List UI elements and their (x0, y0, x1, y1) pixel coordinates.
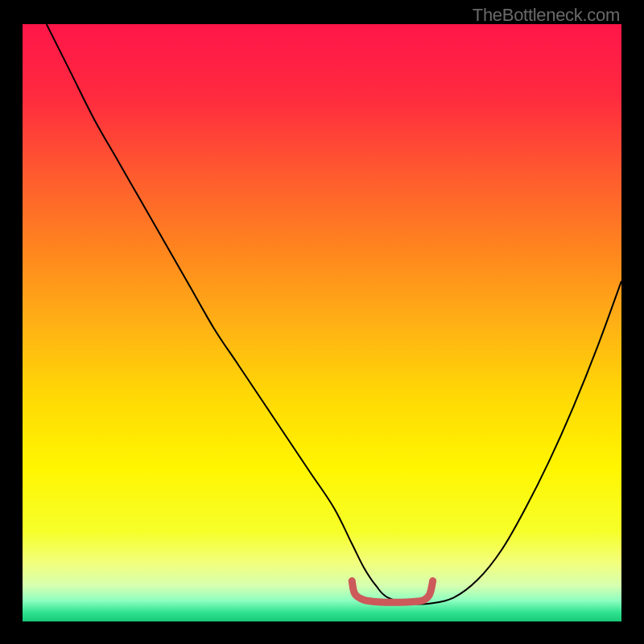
curve-layer (23, 24, 621, 621)
optimal-band-marker (352, 581, 432, 603)
chart-container: TheBottleneck.com (0, 0, 644, 644)
bottleneck-curve (47, 24, 621, 605)
watermark-text: TheBottleneck.com (473, 5, 620, 26)
plot-area (23, 24, 621, 621)
